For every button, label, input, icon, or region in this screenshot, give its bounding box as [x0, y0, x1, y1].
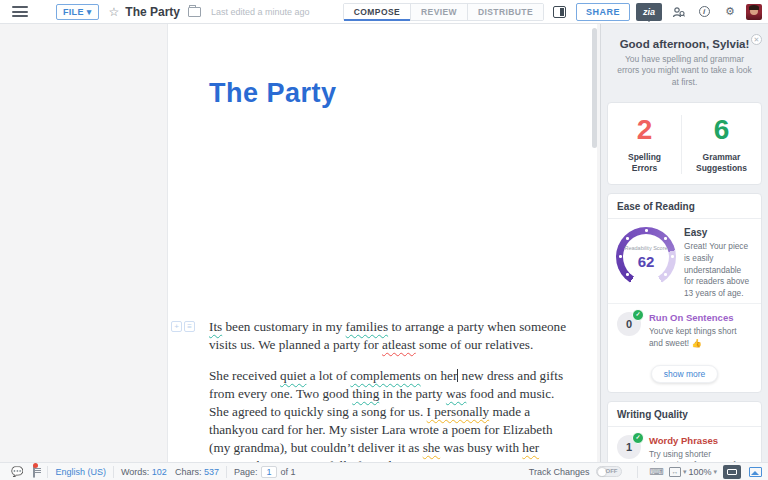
top-toolbar: FILE▾ ☆ The Party Last edited a minute a… [0, 0, 768, 24]
document-scrollbar[interactable] [592, 28, 597, 148]
doc-paragraphs[interactable]: Its been customary in my families to arr… [209, 318, 577, 462]
language-selector[interactable]: English (US) [55, 467, 106, 477]
words-label: Words: [121, 467, 149, 477]
side-panel-icon [553, 6, 566, 18]
greeting-subtitle: You have spelling and grammar errors you… [617, 54, 752, 88]
document-page[interactable]: + ≡ The Party Its been customary in my f… [167, 24, 597, 462]
mode-tabs: COMPOSE REVIEW DISTRIBUTE [343, 3, 544, 21]
zoho-writer-app: FILE▾ ☆ The Party Last edited a minute a… [0, 0, 768, 480]
zoom-chevron-icon[interactable]: ▾ [713, 468, 717, 476]
file-menu-label: FILE [63, 7, 84, 17]
comments-icon[interactable]: 💬 [11, 466, 23, 477]
wordy-phrases-item[interactable]: 1 Wordy Phrases Try using shorter altern… [608, 427, 761, 462]
status-bar: 💬 English (US) Words: 102 Chars: 537 Pag… [0, 462, 768, 480]
grammar-marked-text[interactable]: was [446, 386, 467, 401]
zoom-level[interactable]: 100% [688, 467, 711, 477]
run-on-description: You've kept things short and sweet! 👍 [649, 326, 752, 349]
info-icon: i [699, 6, 710, 17]
tab-compose[interactable]: COMPOSE [344, 4, 411, 20]
spelling-marked-text[interactable]: atleast [382, 337, 416, 352]
page-of-total: of 1 [281, 467, 296, 477]
hamburger-menu-icon[interactable] [12, 6, 28, 17]
paragraph[interactable]: She received quiet a lot of complements … [209, 367, 577, 462]
close-icon[interactable]: ✕ [751, 34, 762, 45]
gauge-dots [645, 229, 648, 232]
run-on-count-badge: 0 [617, 312, 641, 336]
greeting-title: Good afternoon, Sylvia! [617, 38, 752, 50]
gear-icon: ⚙ [725, 5, 735, 18]
help-button[interactable]: i [694, 3, 714, 21]
wordy-phrases-label: Wordy Phrases [649, 435, 752, 446]
ease-of-reading-card: Ease of Reading Readability Score 62 Eas… [607, 193, 762, 392]
run-on-label: Run On Sentences [649, 312, 752, 323]
person-search-icon [672, 6, 685, 18]
show-more-button[interactable]: show more [651, 365, 719, 383]
run-on-sentences-item[interactable]: 0 Run On Sentences You've kept things sh… [608, 303, 761, 356]
share-button[interactable]: SHARE [576, 3, 630, 21]
page-label: Page: [234, 467, 258, 477]
settings-button[interactable]: ⚙ [720, 3, 740, 21]
document-info-panel-button[interactable] [550, 3, 570, 21]
ease-of-reading-header: Ease of Reading [608, 194, 761, 219]
fullscreen-icon[interactable] [749, 467, 762, 477]
char-count[interactable]: 537 [204, 467, 219, 477]
error-stats-card: 2 Spelling Errors 6 Grammar Suggestions [607, 102, 762, 185]
paragraph-options-icon[interactable]: ≡ [184, 321, 195, 332]
tab-review[interactable]: REVIEW [411, 4, 468, 20]
tab-distribute[interactable]: DISTRIBUTE [468, 4, 543, 20]
add-content-icon[interactable]: + [171, 321, 182, 332]
document-title[interactable]: The Party [125, 5, 180, 19]
wordy-marked-text[interactable]: I personally [427, 404, 490, 419]
track-changes-state: OFF [606, 468, 618, 474]
paragraph-margin-tools: + ≡ [171, 321, 195, 332]
grammar-suggestions-count: 6 [682, 115, 761, 146]
collaborators-button[interactable] [668, 3, 688, 21]
doc-heading[interactable]: The Party [209, 78, 580, 109]
wordy-marked-text[interactable]: her [522, 440, 539, 455]
readability-level: Easy [684, 227, 753, 238]
grammar-marked-text[interactable]: families [346, 319, 388, 334]
keyboard-shortcuts-icon[interactable]: ⌨ [650, 466, 664, 477]
grammar-marked-text[interactable]: thing [352, 386, 379, 401]
wordy-phrases-description: Try using shorter alternatives for some … [649, 449, 752, 462]
file-menu-button[interactable]: FILE▾ [56, 4, 99, 20]
grammar-marked-text[interactable]: Its [209, 319, 222, 334]
readability-score-value: 62 [638, 253, 655, 270]
editor-workspace: + ≡ The Party Its been customary in my f… [0, 24, 600, 462]
grammar-marked-text[interactable]: quiet [280, 368, 306, 383]
wordy-phrases-count-badge: 1 [617, 435, 641, 459]
grammar-suggestions-label: Grammar Suggestions [682, 152, 761, 174]
grammar-suggestions-stat[interactable]: 6 Grammar Suggestions [682, 115, 761, 174]
folder-icon[interactable] [188, 7, 201, 17]
favorite-star-icon[interactable]: ☆ [109, 5, 120, 19]
paragraph[interactable]: Its been customary in my families to arr… [209, 318, 577, 354]
wordy-marked-text[interactable]: she [423, 440, 441, 455]
zia-assistant-button[interactable]: zia [636, 3, 662, 21]
kebab-grill-photo[interactable] [209, 123, 566, 306]
grammar-marked-text[interactable]: complements [350, 368, 420, 383]
fit-width-icon[interactable]: ↔ [669, 467, 681, 477]
notes-icon[interactable] [33, 466, 35, 477]
track-changes-label: Track Changes [529, 467, 590, 477]
last-edited-text: Last edited a minute ago [211, 7, 310, 17]
readability-gauge: Readability Score 62 [616, 227, 676, 287]
writing-quality-card: Writing Quality 1 Wordy Phrases Try usin… [607, 401, 762, 462]
virtual-keyboard-button[interactable] [723, 465, 741, 479]
readability-score-caption: Readability Score [624, 245, 667, 252]
spelling-errors-count: 2 [608, 115, 681, 146]
readability-description: Great! Your piece is easily understandab… [684, 241, 753, 299]
page-number-input[interactable]: 1 [261, 466, 276, 478]
chars-label: Chars: [175, 467, 202, 477]
keyboard-icon [727, 469, 737, 475]
zia-greeting: ✕ Good afternoon, Sylvia! You have spell… [607, 30, 762, 94]
track-changes-toggle[interactable]: OFF [596, 466, 622, 477]
zia-panel: ✕ Good afternoon, Sylvia! You have spell… [600, 24, 768, 462]
user-avatar[interactable] [746, 4, 762, 20]
word-count[interactable]: 102 [152, 467, 167, 477]
spelling-errors-label: Spelling Errors [608, 152, 681, 174]
fit-chevron-icon[interactable]: ▾ [683, 468, 687, 476]
writing-quality-header: Writing Quality [608, 402, 761, 427]
spelling-errors-stat[interactable]: 2 Spelling Errors [608, 115, 682, 174]
chevron-down-icon: ▾ [87, 7, 92, 17]
